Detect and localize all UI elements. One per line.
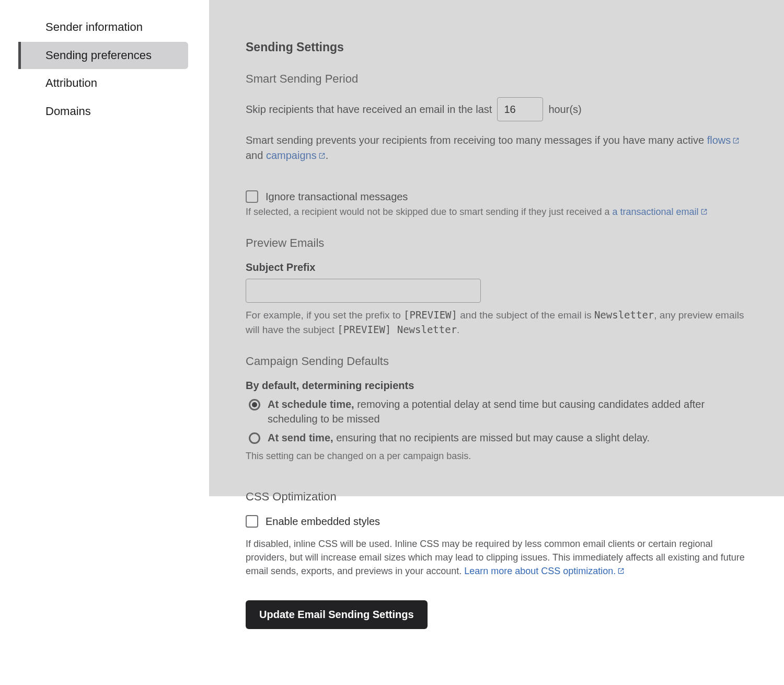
sidebar-item-attribution[interactable]: Attribution [18, 70, 188, 97]
preview-emails-title: Preview Emails [246, 236, 747, 250]
smart-sending-period-row: Skip recipients that have received an em… [246, 97, 747, 121]
update-settings-button[interactable]: Update Email Sending Settings [246, 600, 428, 629]
smart-sending-hours-input[interactable] [497, 97, 543, 121]
settings-sidebar: Sender information Sending preferences A… [0, 0, 209, 685]
ignore-transactional-row: Ignore transactional messages [246, 190, 747, 203]
skip-text-pre: Skip recipients that have received an em… [246, 104, 492, 116]
subject-prefix-input[interactable] [246, 279, 481, 303]
enable-embedded-styles-row: Enable embedded styles [246, 515, 747, 528]
ignore-transactional-checkbox[interactable] [246, 190, 258, 203]
css-optimization-title: CSS Optimization [246, 490, 747, 504]
campaign-defaults-note: This setting can be changed on a per cam… [246, 449, 747, 463]
transactional-email-link[interactable]: a transactional email [612, 207, 707, 217]
css-optimization-learn-link[interactable]: Learn more about CSS optimization. [464, 566, 625, 576]
external-link-icon [732, 137, 740, 144]
smart-sending-description: Smart sending prevents your recipients f… [246, 133, 747, 163]
skip-text-post: hour(s) [548, 104, 581, 116]
smart-sending-title: Smart Sending Period [246, 72, 747, 86]
subject-prefix-example: For example, if you set the prefix to [P… [246, 308, 747, 337]
sidebar-item-domains[interactable]: Domains [18, 98, 188, 125]
subject-prefix-label: Subject Prefix [246, 261, 747, 273]
recipients-schedule-time-option[interactable]: At schedule time, removing a potential d… [246, 397, 747, 426]
sidebar-item-sending-preferences[interactable]: Sending preferences [18, 42, 188, 70]
ignore-transactional-label: Ignore transactional messages [266, 191, 408, 203]
enable-embedded-styles-checkbox[interactable] [246, 515, 258, 528]
page-title: Sending Settings [246, 25, 747, 54]
enable-embedded-styles-label: Enable embedded styles [266, 516, 380, 528]
campaigns-link[interactable]: campaigns [266, 150, 326, 161]
radio-send-time[interactable] [249, 432, 260, 444]
recipients-send-time-option[interactable]: At send time, ensuring that no recipient… [246, 430, 747, 445]
css-optimization-help: If disabled, inline CSS will be used. In… [246, 537, 747, 578]
radio-schedule-time[interactable] [249, 399, 260, 410]
flows-link[interactable]: flows [707, 134, 740, 146]
external-link-icon [318, 152, 326, 159]
main-content: Sending Settings Smart Sending Period Sk… [209, 0, 784, 685]
external-link-icon [617, 567, 625, 575]
campaign-defaults-title: Campaign Sending Defaults [246, 355, 747, 368]
ignore-transactional-help: If selected, a recipient would not be sk… [246, 205, 747, 219]
external-link-icon [700, 208, 708, 215]
campaign-defaults-lead: By default, determining recipients [246, 380, 747, 392]
sidebar-item-sender-information[interactable]: Sender information [18, 14, 188, 41]
